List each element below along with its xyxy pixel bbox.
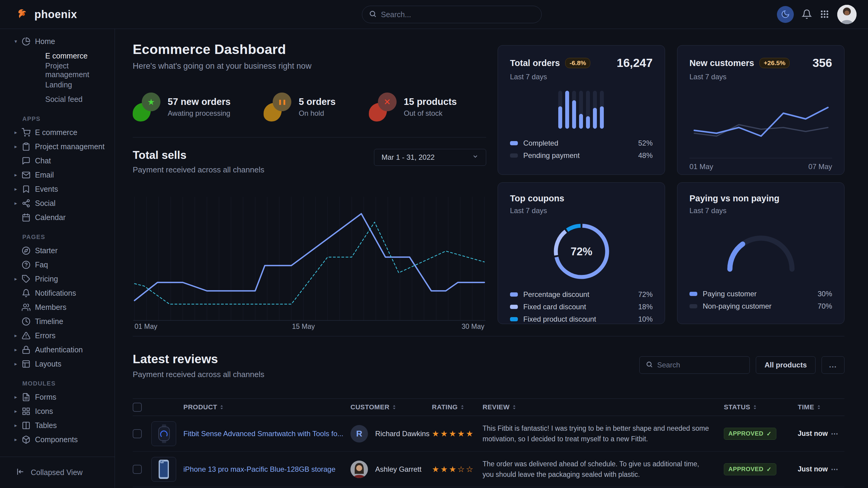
sidebar-item-layouts[interactable]: ▸Layouts [0,357,115,371]
row-menu-button[interactable]: ⋯ [831,465,844,474]
more-options-button[interactable]: ... [822,356,844,374]
check-icon: ✓ [766,466,772,473]
theme-toggle-button[interactable] [777,6,794,23]
legend-swatch [510,317,518,321]
stat-value: 57 new orders [168,96,230,107]
sidebar: ▾HomeE commerceProject managementLanding… [0,29,115,488]
column-header-rating[interactable]: RATING [432,403,483,411]
layout-icon [22,360,35,368]
card-title: Total orders [510,58,560,68]
sidebar-item-forms[interactable]: ▸Forms [0,390,115,404]
date-range-select[interactable]: Mar 1 - 31, 2022 [374,149,486,166]
sidebar-item-home[interactable]: ▾Home [0,34,115,48]
reviews-search-input[interactable] [657,361,743,369]
customer-cell: RRichard Dawkins [350,425,432,443]
legend-swatch [510,154,518,158]
product-link[interactable]: Fitbit Sense Advanced Smartwatch with To… [183,429,343,438]
brand[interactable]: phoenix [17,7,77,22]
sidebar-item-pricing[interactable]: ▸Pricing [0,272,115,286]
chevron-right-icon: ▸ [14,408,22,415]
sidebar-item-members[interactable]: Members [0,300,115,314]
legend-swatch [510,305,518,309]
stat-57-new-orders: ★57 new ordersAwating processing [133,93,230,122]
sidebar-item-timeline[interactable]: Timeline [0,314,115,329]
apps-grid-button[interactable] [820,9,829,20]
user-avatar[interactable] [837,5,857,24]
package-icon [22,435,35,444]
card-period: Last 7 days [510,206,653,215]
page-title: Ecommerce Dashboard [133,42,486,57]
row-checkbox[interactable] [133,429,142,438]
column-header-time[interactable]: TIME [798,403,831,411]
legend-item-percentage-discount: Percentage discount72% [510,290,653,299]
sidebar-item-label: Pricing [35,274,58,283]
row-checkbox[interactable] [133,465,142,474]
bell-icon [802,9,812,20]
legend-label: Non-paying customer [703,302,772,311]
sidebar-item-faq[interactable]: Faq [0,258,115,272]
review-text: The order was delivered ahead of schedul… [483,459,724,480]
sidebar-subitem-e-commerce[interactable]: E commerce [0,48,115,63]
sidebar-item-e-commerce[interactable]: ▸E commerce [0,125,115,139]
customer-avatar[interactable] [350,461,368,478]
bell-icon [22,289,35,297]
sidebar-item-chat[interactable]: Chat [0,154,115,168]
sidebar-item-label: Email [35,171,54,180]
stat-text: 57 new ordersAwating processing [168,96,230,118]
new-customers-line-chart [689,84,833,155]
column-header-product[interactable]: PRODUCT [151,403,350,411]
sidebar-item-project-management[interactable]: ▸Project management [0,139,115,154]
clipboard-icon [22,142,35,151]
row-menu-button[interactable]: ⋯ [831,429,844,438]
sidebar-subitem-label: Landing [45,80,72,89]
column-header-review[interactable]: REVIEW [483,403,724,411]
chevron-right-icon: ▸ [14,436,22,443]
sidebar-item-events[interactable]: ▸Events [0,182,115,196]
card-period: Last 7 days [689,73,832,81]
sidebar-item-notifications[interactable]: Notifications [0,286,115,300]
customer-cell: Ashley Garrett [350,461,432,478]
divider [133,137,486,137]
sidebar-item-starter[interactable]: Starter [0,243,115,258]
help-circle-icon [22,260,35,269]
x-icon: ✕ [378,93,397,111]
x-axis-label: 07 May [808,162,832,171]
customer-avatar[interactable]: R [350,425,368,443]
notifications-button[interactable] [802,9,812,20]
share-icon [22,199,35,208]
total-sells-header: Total sells Payment received across all … [133,149,486,174]
sidebar-item-social[interactable]: ▸Social [0,196,115,210]
sidebar-item-authentication[interactable]: ▸Authentication [0,343,115,357]
chevron-right-icon: ▸ [14,394,22,400]
sidebar-item-email[interactable]: ▸Email [0,168,115,182]
column-header-customer[interactable]: CUSTOMER [350,403,432,411]
stat-icon-pause: ❚❚ [264,93,291,122]
sidebar-item-calendar[interactable]: Calendar [0,210,115,225]
sidebar-item-tables[interactable]: ▸Tables [0,418,115,432]
navbar-search-input[interactable] [381,10,535,19]
x-axis-label: 01 May [689,162,713,171]
sidebar-item-components[interactable]: ▸Components [0,432,115,447]
sidebar-item-label: Tables [35,421,57,430]
select-all-checkbox[interactable] [133,403,142,412]
all-products-button[interactable]: All products [756,356,815,374]
collapsed-view-toggle[interactable]: Collapsed View [16,467,83,478]
column-header-status[interactable]: STATUS [724,403,798,411]
sidebar-item-label: Chat [35,157,51,165]
chevron-right-icon: ▸ [14,276,22,282]
legend-swatch [510,141,518,145]
paying-gauge-chart [720,227,802,272]
sidebar-subitem-social-feed[interactable]: Social feed [0,92,115,106]
sidebar-subitem-landing[interactable]: Landing [0,77,115,92]
search-icon [646,361,653,369]
card-period: Last 7 days [510,73,653,81]
legend-item-pending-payment: Pending payment48% [510,151,653,160]
product-link[interactable]: iPhone 13 pro max-Pacific Blue-128GB sto… [183,465,335,474]
sidebar-item-errors[interactable]: ▸Errors [0,329,115,343]
total-sells-chart: 01 May15 May30 May [133,181,486,330]
legend-swatch [689,304,697,308]
sidebar-subitem-project-management[interactable]: Project management [0,63,115,77]
sidebar-item-icons[interactable]: ▸Icons [0,404,115,418]
product-thumbnail [151,457,176,482]
trend-badge: +26.5% [760,58,789,68]
